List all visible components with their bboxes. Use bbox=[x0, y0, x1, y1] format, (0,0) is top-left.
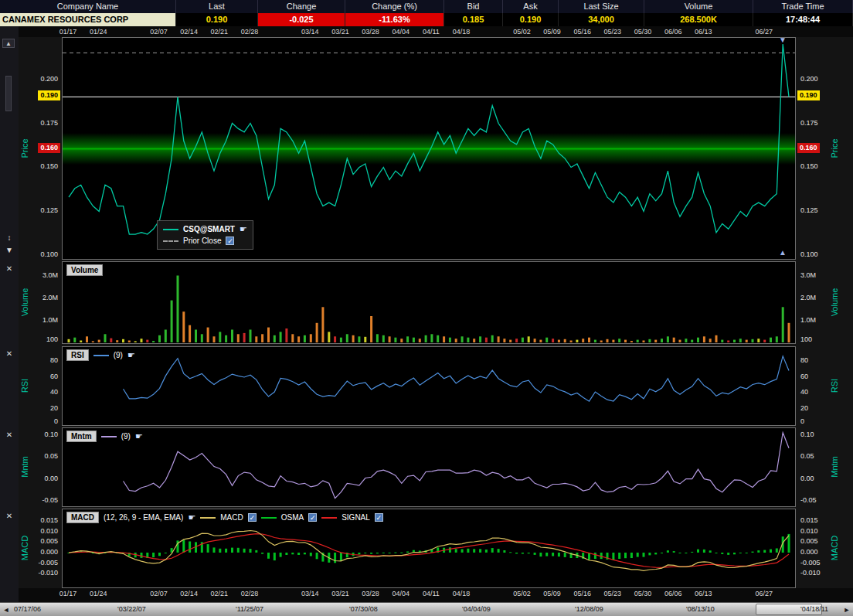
rsi-axis-title-right: RSI bbox=[830, 362, 839, 409]
mntm-axis-title-right: Mntm bbox=[830, 444, 839, 490]
y-tick-label: 0.015 bbox=[800, 516, 818, 524]
close-mntm-panel-icon[interactable] bbox=[4, 431, 15, 440]
date-tick-label: 02/14 bbox=[178, 28, 201, 36]
close-volume-panel-icon[interactable] bbox=[4, 264, 15, 274]
header-bid: Bid bbox=[444, 0, 503, 13]
mntm-line-sample bbox=[101, 436, 117, 437]
y-tick-label: 0.100 bbox=[40, 250, 58, 258]
resize-panel-icon[interactable] bbox=[4, 233, 15, 243]
y-tick-label: 0.015 bbox=[40, 516, 58, 524]
date-tick-label: 05/23 bbox=[601, 590, 624, 597]
y-tick-label: 0 bbox=[54, 417, 58, 425]
scroll-up-icon[interactable] bbox=[2, 39, 15, 48]
last-price-chip: 0.190 bbox=[797, 90, 820, 100]
date-tick-label: 02/14 bbox=[178, 590, 201, 597]
date-tick-label: 02/28 bbox=[238, 590, 261, 597]
mntm-axis-title-left: Mntm bbox=[20, 444, 29, 490]
date-tick-label: 03/28 bbox=[359, 28, 382, 36]
y-tick-label: 0.000 bbox=[800, 548, 818, 556]
header-volume: Volume bbox=[644, 0, 753, 13]
pointer-icon[interactable] bbox=[135, 431, 143, 441]
date-tick-label: 01/17 bbox=[56, 28, 80, 36]
y-tick-label: 0.125 bbox=[800, 206, 818, 214]
y-tick-label: 3.0M bbox=[42, 271, 58, 279]
rsi-title-chip[interactable]: RSI bbox=[66, 349, 89, 361]
volume-chart[interactable] bbox=[63, 262, 795, 343]
mntm-right-scale: 0.100.050.00-0.05 bbox=[797, 427, 828, 507]
rsi-chart[interactable] bbox=[63, 347, 795, 425]
date-tick-label: 03/14 bbox=[298, 28, 321, 36]
quote-value-row: CANAMEX RESOURCES CORP 0.190 -0.025 -11.… bbox=[0, 13, 853, 26]
date-tick-label: 05/02 bbox=[510, 28, 533, 36]
date-tick-label: 06/27 bbox=[753, 590, 776, 597]
volume-legend: Volume bbox=[66, 264, 103, 276]
y-tick-label: 0 bbox=[800, 417, 804, 425]
y-tick-label: 0.005 bbox=[40, 537, 58, 545]
prior-close-checkbox[interactable] bbox=[226, 237, 234, 245]
marker-up-icon[interactable]: ▲ bbox=[779, 248, 787, 257]
last-value: 0.190 bbox=[176, 13, 258, 26]
y-tick-label: 0.00 bbox=[800, 475, 814, 482]
left-scrollbar-track[interactable] bbox=[5, 76, 12, 111]
date-tick-label: 05/09 bbox=[541, 28, 564, 36]
last-size-value: 34,000 bbox=[559, 13, 644, 26]
close-macd-panel-icon[interactable] bbox=[4, 512, 15, 521]
rsi-right-scale: 806040200 bbox=[797, 346, 828, 426]
macd-title-chip[interactable]: MACD bbox=[66, 512, 99, 523]
pointer-icon[interactable] bbox=[188, 512, 195, 522]
date-tick-label: 02/28 bbox=[238, 28, 261, 36]
macd-axis-title-right: MACD bbox=[830, 525, 839, 571]
y-tick-label: 100 bbox=[46, 335, 58, 343]
band-price-chip: 0.160 bbox=[797, 143, 820, 153]
macd-checkbox[interactable] bbox=[248, 513, 257, 522]
date-tick-label: 03/28 bbox=[359, 590, 382, 597]
pointer-icon[interactable] bbox=[127, 350, 135, 360]
pointer-icon[interactable] bbox=[240, 224, 247, 234]
volume-panel[interactable]: Volume bbox=[62, 261, 796, 344]
close-rsi-panel-icon[interactable] bbox=[4, 349, 15, 359]
header-last-size: Last Size bbox=[559, 0, 644, 13]
macd-panel[interactable]: MACD (12, 26, 9 - EMA, EMA) MACD OSMA SI… bbox=[62, 509, 796, 588]
y-tick-label: 40 bbox=[800, 388, 808, 396]
osma-checkbox[interactable] bbox=[308, 513, 317, 522]
y-tick-label: 0.150 bbox=[800, 162, 818, 170]
mntm-left-scale: 0.100.050.00-0.05 bbox=[32, 427, 60, 507]
time-scrollbar[interactable]: 07/17/06 '03/22/07 '11/25/07 '07/30/08 '… bbox=[0, 602, 853, 616]
date-tick-label: 06/06 bbox=[661, 28, 685, 36]
header-change-pct: Change (%) bbox=[345, 0, 444, 13]
header-company-name: Company Name bbox=[0, 0, 176, 13]
scroll-down-icon[interactable] bbox=[4, 246, 15, 255]
signal-checkbox[interactable] bbox=[375, 513, 383, 522]
scrollbar-date: '04/04/09 bbox=[462, 605, 491, 613]
y-tick-label: 0.10 bbox=[800, 431, 814, 438]
date-tick-label: 04/18 bbox=[450, 28, 473, 36]
date-tick-label: 04/04 bbox=[389, 590, 413, 597]
header-ask: Ask bbox=[503, 0, 559, 13]
y-tick-label: 60 bbox=[800, 373, 808, 380]
y-tick-label: 1.0M bbox=[42, 316, 58, 324]
y-tick-label: 80 bbox=[800, 356, 808, 364]
scroll-right-button[interactable] bbox=[841, 604, 852, 615]
date-tick-label: 05/30 bbox=[631, 28, 654, 36]
marker-down-icon[interactable]: ▼ bbox=[779, 36, 787, 44]
change-value: -0.025 bbox=[258, 13, 345, 26]
date-tick-label: 01/17 bbox=[56, 590, 80, 597]
last-price-chip: 0.190 bbox=[38, 90, 60, 100]
rsi-left-scale: 806040200 bbox=[32, 346, 60, 426]
date-tick-label: 06/13 bbox=[692, 28, 715, 36]
y-tick-label: 40 bbox=[50, 388, 58, 396]
date-tick-label: 02/21 bbox=[208, 590, 231, 597]
mntm-title-chip[interactable]: Mntm bbox=[66, 431, 97, 442]
scroll-left-button[interactable] bbox=[1, 604, 12, 615]
scrollbar-date: '11/25/07 bbox=[236, 605, 263, 613]
mntm-panel[interactable]: Mntm (9) bbox=[62, 427, 796, 507]
mntm-chart[interactable] bbox=[63, 428, 795, 506]
price-panel[interactable]: ▼ ▲ CSQ@SMART Prior Close bbox=[62, 37, 796, 260]
macd-right-scale: 0.0150.0100.0050.000-0.005-0.010 bbox=[797, 509, 828, 588]
date-tick-label: 01/24 bbox=[87, 28, 110, 36]
y-tick-label: -0.005 bbox=[800, 559, 821, 567]
volume-title-chip[interactable]: Volume bbox=[66, 264, 103, 276]
rsi-panel[interactable]: RSI (9) bbox=[62, 346, 796, 426]
header-last: Last bbox=[176, 0, 258, 13]
scrollbar-date: '04/18/11 bbox=[800, 605, 828, 613]
